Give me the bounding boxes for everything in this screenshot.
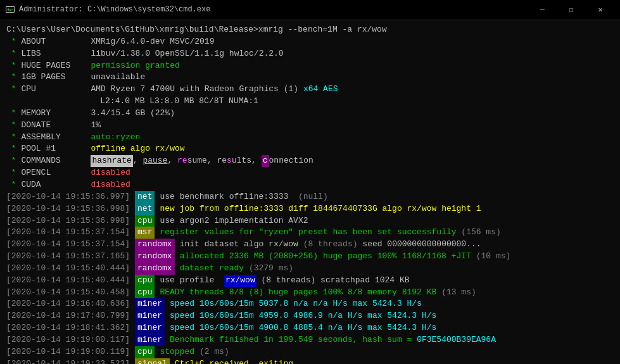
svg-rect-2	[9, 9, 13, 9]
info-pool: * POOL #1 offline algo rx/wow	[6, 143, 614, 155]
info-assembly: * ASSEMBLY auto:ryzen	[6, 132, 614, 144]
log-line-9: [2020-10-14 19:15:40.458] cpu READY thre…	[6, 287, 614, 299]
log-line-14: [2020-10-14 19:19:00.119] cpu stopped (2…	[6, 346, 614, 358]
log-line-7: [2020-10-14 19:15:40.444] randomx datase…	[6, 263, 614, 275]
titlebar: Administrator: C:\Windows\system32\cmd.e…	[0, 0, 620, 19]
log-line-2: [2020-10-14 19:15:36.998] net new job fr…	[6, 203, 614, 215]
log-line-3: [2020-10-14 19:15:36.998] cpu use argon2…	[6, 215, 614, 227]
log-line-12: [2020-10-14 19:18:41.362] miner speed 10…	[6, 322, 614, 334]
log-line-8: [2020-10-14 19:15:40.444] cpu use profil…	[6, 275, 614, 287]
window-controls: — ☐ ✕	[528, 0, 615, 19]
maximize-button[interactable]: ☐	[557, 0, 586, 19]
info-opencl: * OPENCL disabled	[6, 167, 614, 179]
log-line-4: [2020-10-14 19:15:37.154] msr register v…	[6, 227, 614, 239]
svg-rect-3	[9, 10, 11, 11]
close-button[interactable]: ✕	[586, 0, 615, 19]
info-cuda: * CUDA disabled	[6, 179, 614, 191]
window-title: Administrator: C:\Windows\system32\cmd.e…	[19, 5, 528, 14]
app-icon	[5, 4, 15, 15]
log-line-15: [2020-10-14 19:19:33.523] signal Ctrl+C …	[6, 358, 614, 364]
log-line-5: [2020-10-14 19:15:37.154] randomx init d…	[6, 239, 614, 251]
info-cpu-cache: L2:4.0 MB L3:8.0 MB 8C/8T NUMA:1	[6, 96, 614, 108]
info-memory: * MEMORY 3.4/15.4 GB (22%)	[6, 108, 614, 120]
log-line-11: [2020-10-14 19:17:40.799] miner speed 10…	[6, 310, 614, 322]
info-1gb-pages: * 1GB PAGES unavailable	[6, 72, 614, 84]
log-line-10: [2020-10-14 19:16:40.636] miner speed 10…	[6, 298, 614, 310]
info-commands: * COMMANDS hashrate, pause, resume, resu…	[6, 155, 614, 167]
log-line-13: [2020-10-14 19:19:00.117] miner Benchmar…	[6, 334, 614, 346]
log-line-6: [2020-10-14 19:15:37.165] randomx alloca…	[6, 251, 614, 263]
info-huge-pages: * HUGE PAGES permission granted	[6, 60, 614, 72]
log-line-1: [2020-10-14 19:15:36.997] net use benchm…	[6, 191, 614, 203]
info-cpu: * CPU AMD Ryzen 7 4700U with Radeon Grap…	[6, 84, 614, 96]
minimize-button[interactable]: —	[528, 0, 557, 19]
window: Administrator: C:\Windows\system32\cmd.e…	[0, 0, 620, 364]
command-line: C:\Users\User\Documents\GitHub\xmrig\bui…	[6, 24, 614, 36]
info-donate: * DONATE 1%	[6, 120, 614, 132]
info-libs: * LIBS libuv/1.38.0 OpenSSL/1.1.1g hwloc…	[6, 48, 614, 60]
info-about: * ABOUT XMRig/6.4.0-dev MSVC/2019	[6, 36, 614, 48]
terminal-content[interactable]: C:\Users\User\Documents\GitHub\xmrig\bui…	[0, 19, 620, 364]
